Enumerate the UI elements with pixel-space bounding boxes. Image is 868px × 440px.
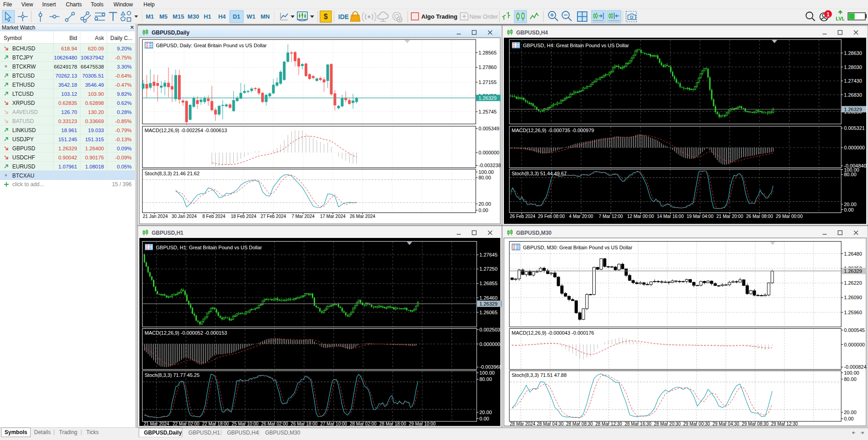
svg-text:XRPUSD: XRPUSD: [12, 100, 35, 106]
svg-text:0.000545: 0.000545: [844, 327, 865, 333]
svg-text:15 / 396: 15 / 396: [112, 181, 132, 188]
svg-text:0.09%: 0.09%: [117, 146, 132, 151]
svg-text:GBPUSD,M30: GBPUSD,M30: [516, 230, 552, 236]
svg-text:GBPUSD,H1: GBPUSD,H1: [152, 230, 183, 236]
svg-text:0.00: 0.00: [844, 207, 853, 213]
svg-text:0.62%: 0.62%: [117, 100, 132, 106]
svg-text:1.28565: 1.28565: [478, 50, 497, 55]
svg-text:1.26480: 1.26480: [844, 251, 862, 257]
svg-text:LTCUSD: LTCUSD: [12, 91, 34, 97]
svg-text:BATUSD: BATUSD: [12, 118, 34, 124]
svg-text:100.00: 100.00: [844, 370, 859, 376]
svg-text:LINKUSD: LINKUSD: [12, 127, 36, 133]
svg-text:20.00: 20.00: [844, 410, 857, 415]
svg-text:1.26220: 1.26220: [844, 280, 862, 286]
svg-text:Symbol: Symbol: [4, 35, 22, 41]
svg-text:103.12: 103.12: [61, 91, 77, 97]
svg-text:70305.51: 70305.51: [82, 73, 104, 79]
svg-text:80.00: 80.00: [844, 376, 857, 382]
svg-text:BCHUSD: BCHUSD: [12, 45, 35, 52]
svg-text:0.33123: 0.33123: [58, 119, 77, 124]
svg-text:18 Feb 2024: 18 Feb 2024: [231, 214, 256, 219]
svg-text:80.00: 80.00: [478, 175, 491, 180]
svg-text:GBPUSD, H1: Great Britain Pou: GBPUSD, H1: Great Britain Pound vs US Do…: [156, 245, 262, 250]
svg-text:Symbols: Symbols: [5, 429, 27, 435]
svg-text:1.27155: 1.27155: [478, 79, 497, 85]
svg-text:620.09: 620.09: [88, 46, 104, 51]
svg-text:3546.49: 3546.49: [85, 82, 104, 88]
svg-text:click to add...: click to add...: [12, 181, 44, 188]
svg-text:0.00: 0.00: [479, 416, 489, 421]
svg-text:GBPUSD, H4: Great Britain Pou: GBPUSD, H4: Great Britain Pound vs US Do…: [523, 43, 629, 48]
svg-text:BTCUSD: BTCUSD: [12, 73, 35, 79]
svg-text:66249178: 66249178: [54, 64, 77, 69]
svg-text:ETHUSD: ETHUSD: [12, 82, 35, 88]
svg-text:$: $: [324, 13, 328, 20]
svg-text:1.27645: 1.27645: [479, 252, 498, 257]
svg-text:1.27250: 1.27250: [479, 266, 498, 272]
svg-text:3542.18: 3542.18: [58, 82, 77, 88]
svg-text:M5: M5: [159, 13, 168, 20]
svg-text:MACD(12,26,9) -0.000052 -0.000: MACD(12,26,9) -0.000052 -0.000153: [145, 330, 227, 336]
svg-text:1.28630: 1.28630: [844, 50, 862, 56]
svg-text:-0.47%: -0.47%: [115, 82, 132, 88]
svg-text:103.90: 103.90: [88, 91, 104, 97]
svg-text:Stoch(8,3,3) 51.44 49.67: Stoch(8,3,3) 51.44 49.67: [512, 171, 567, 176]
svg-text:14 Mar 16:00: 14 Mar 16:00: [657, 214, 684, 219]
svg-text:0.90175: 0.90175: [85, 155, 104, 160]
svg-text:0.90042: 0.90042: [58, 155, 77, 160]
svg-text:130.20: 130.20: [88, 109, 104, 115]
svg-text:7 Mar 2024: 7 Mar 2024: [291, 214, 315, 219]
svg-text:9.20%: 9.20%: [117, 46, 132, 51]
svg-text:80.00: 80.00: [844, 172, 857, 177]
svg-text:1.08018: 1.08018: [85, 164, 104, 169]
svg-text:21 Mar 20:00: 21 Mar 20:00: [716, 214, 743, 219]
svg-text:18.961: 18.961: [61, 128, 77, 133]
svg-text:GBPUSD,M30: GBPUSD,M30: [265, 430, 301, 436]
svg-text:Help: Help: [143, 1, 155, 8]
svg-text:0.00: 0.00: [478, 208, 488, 213]
svg-text:-0.64%: -0.64%: [115, 73, 132, 79]
svg-text:-0.79%: -0.79%: [115, 128, 132, 133]
svg-text:126.70: 126.70: [61, 109, 77, 115]
svg-text:Market Watch: Market Watch: [2, 25, 35, 31]
svg-text:28 Mar 2024: 28 Mar 2024: [510, 421, 536, 426]
svg-text:USDJPY: USDJPY: [12, 136, 34, 143]
svg-text:Tools: Tools: [91, 1, 104, 8]
svg-text:BTCXAU: BTCXAU: [12, 173, 35, 179]
svg-text:New Order: New Order: [469, 13, 498, 20]
svg-text:66475538: 66475538: [81, 64, 104, 69]
svg-text:0.000000: 0.000000: [478, 150, 499, 155]
svg-text:Window: Window: [113, 1, 133, 8]
svg-text:1.26400: 1.26400: [85, 146, 104, 151]
svg-text:4 Mar 20:00: 4 Mar 20:00: [569, 214, 593, 219]
svg-text:1.27430: 1.27430: [844, 78, 862, 84]
svg-text:17 Mar 2024: 17 Mar 2024: [320, 214, 346, 219]
svg-text:M1: M1: [146, 13, 154, 20]
svg-text:1.26830: 1.26830: [844, 92, 862, 98]
svg-text:M15: M15: [173, 13, 184, 20]
svg-text:GBPUSD,H4: GBPUSD,H4: [516, 30, 548, 36]
svg-text:EURUSD: EURUSD: [12, 163, 35, 170]
svg-text:Stoch(8,3,3) 21.46 21.62: Stoch(8,3,3) 21.46 21.62: [145, 171, 200, 176]
svg-text:26 Mar 08:00: 26 Mar 08:00: [746, 214, 773, 219]
svg-text:1.26329: 1.26329: [844, 107, 862, 112]
svg-text:12 Mar 00:00: 12 Mar 00:00: [627, 214, 654, 219]
svg-text:IDE: IDE: [338, 13, 349, 20]
svg-text:H4: H4: [218, 13, 226, 20]
svg-text:20.00: 20.00: [844, 202, 857, 207]
svg-text:618.94: 618.94: [61, 46, 78, 51]
svg-text:-0.85%: -0.85%: [115, 119, 132, 124]
svg-text:1.25960: 1.25960: [844, 310, 862, 315]
svg-text:LVL: LVL: [836, 16, 845, 21]
svg-text:D1: D1: [233, 13, 241, 20]
svg-text:70262.13: 70262.13: [55, 73, 77, 79]
svg-text:Ticks: Ticks: [86, 429, 99, 435]
svg-text:26 Mar 2024: 26 Mar 2024: [350, 214, 375, 219]
svg-text:GBPUSD,Daily: GBPUSD,Daily: [152, 30, 190, 36]
svg-text:W1: W1: [247, 13, 256, 20]
svg-text:Bid: Bid: [69, 35, 77, 41]
svg-text:USDCHF: USDCHF: [12, 154, 35, 161]
svg-text:26 Feb 2024: 26 Feb 2024: [510, 214, 536, 219]
svg-text:0.05%: 0.05%: [117, 164, 132, 169]
